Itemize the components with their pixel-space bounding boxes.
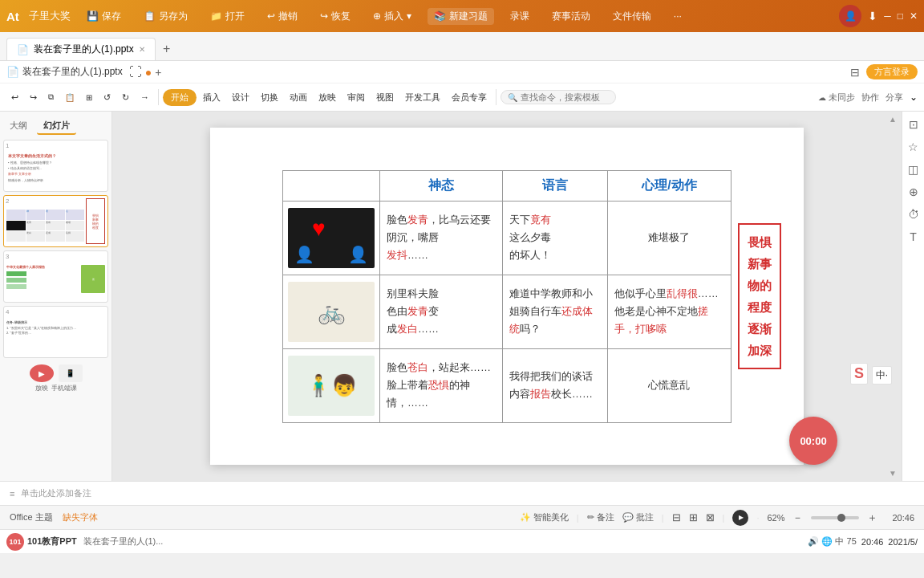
slide-panel: 大纲 幻灯片 1 本文字文章的生活方式的？ • 性格、思想特点体现在哪里？ • …: [0, 112, 112, 481]
grid-icon2[interactable]: ⊞: [689, 511, 698, 523]
toolbar-redo2-icon[interactable]: ↻: [117, 90, 134, 105]
separator2: [496, 89, 496, 105]
doc-tab[interactable]: 📄 装在套子里的人(1).pptx ✕: [6, 38, 156, 60]
tab-animation[interactable]: 动画: [285, 89, 312, 106]
playback-label: 放映: [35, 384, 48, 393]
annotation-btn[interactable]: ✏ 备注: [587, 511, 614, 523]
play-btn[interactable]: ▶: [732, 510, 748, 526]
status-right: ✨ 智能美化 | ✏ 备注 💬 批注 | ⊟ ⊞ ⊠ | ▶ · 62% － ＋…: [520, 510, 914, 526]
sep-v2: |: [662, 513, 664, 523]
search-input[interactable]: [521, 92, 609, 102]
more-btn[interactable]: ···: [667, 8, 688, 24]
table-cell-shengtai-2: 别里科夫脸 色由发青变 成发白……: [380, 275, 503, 348]
sep-v3: |: [723, 513, 725, 523]
panel-icon-1[interactable]: ⊡: [909, 118, 918, 131]
table-cell-yuyan-3: 我得把我们的谈话内容报告校长……: [503, 348, 608, 422]
toolbar-paste-icon[interactable]: 📋: [60, 91, 79, 104]
zoom-slider[interactable]: [811, 516, 859, 519]
close-btn[interactable]: ✕: [910, 10, 918, 22]
expand-icon[interactable]: ⌄: [910, 92, 918, 103]
share-btn[interactable]: 分享: [886, 92, 903, 104]
tab-start[interactable]: 开始: [163, 89, 197, 106]
tab-slideshow[interactable]: 放映: [314, 89, 341, 106]
competition-btn[interactable]: 赛事活动: [545, 7, 597, 26]
sys-tray: 🔊 🌐 中 75: [808, 535, 856, 547]
login-btn[interactable]: 方言登录: [866, 64, 918, 79]
slide-thumb-1[interactable]: 1 本文字文章的生活方式的？ • 性格、思想特点体现在哪里？ • 结合具体的语言…: [3, 140, 108, 192]
scroll-up-btn[interactable]: ▲: [889, 115, 897, 124]
tab-close-icon[interactable]: ✕: [139, 45, 145, 54]
tab-design[interactable]: 设计: [227, 89, 254, 106]
slide-thumb-2[interactable]: 2 神 语 心 发青 竟有 难堪 发白 还成 乱得: [3, 195, 108, 247]
undo-btn[interactable]: ↩ 撤销: [261, 7, 304, 26]
note-placeholder[interactable]: 单击此处添加备注: [21, 487, 91, 499]
tab-review[interactable]: 审阅: [342, 89, 370, 106]
panel-icon-4[interactable]: ⊕: [909, 185, 918, 198]
new-exercise-btn[interactable]: 📚 新建习题: [428, 8, 494, 25]
tab-view[interactable]: 视图: [371, 89, 399, 106]
app-logo: At: [6, 10, 19, 23]
add-tab-icon[interactable]: +: [155, 66, 161, 79]
note-icon: ≡: [10, 489, 14, 499]
toolbar-undo-icon[interactable]: ↩: [6, 90, 23, 105]
file-transfer-btn[interactable]: 文件传输: [606, 7, 658, 26]
toolbar-arrow-icon[interactable]: →: [136, 90, 154, 104]
panel-icon-3[interactable]: ◫: [908, 163, 918, 176]
scroll-down-btn[interactable]: ▼: [889, 469, 897, 478]
maximize-btn[interactable]: □: [898, 10, 903, 22]
download-btn[interactable]: ⬇: [868, 10, 877, 22]
redo-btn[interactable]: ↪ 恢复: [314, 7, 357, 26]
save-btn[interactable]: 💾 保存: [80, 7, 128, 26]
right-panel: ⊡ ☆ ◫ ⊕ ⏱ T: [902, 112, 924, 481]
play-slide-btn[interactable]: ▶: [30, 364, 54, 382]
grid-icon1[interactable]: ⊟: [672, 511, 681, 523]
timer-btn[interactable]: 00:00: [789, 417, 837, 465]
tab-developer[interactable]: 开发工具: [400, 89, 445, 106]
doc-icon: 📄: [17, 44, 29, 55]
tab-member[interactable]: 会员专享: [447, 89, 492, 106]
content-table: 神态 语言 心理/动作 ♥ 👤 👤: [282, 170, 732, 423]
table-row-2: 🚲 别里科夫脸 色由发青变 成发白…… 难道中学教师和小姐骑自行车还成体统吗？: [283, 275, 732, 348]
avatar[interactable]: 👤: [839, 5, 861, 27]
slide-thumb-4[interactable]: 4 任务: 班级演示 1. "别里科夫"已是 "某人"在物质和精神上的压力… 2…: [3, 306, 108, 358]
panel-toggle-icon[interactable]: ⊟: [850, 66, 860, 79]
slides-tab[interactable]: 幻灯片: [37, 118, 76, 135]
insert-btn[interactable]: ⊕ 插入 ▾: [367, 7, 418, 26]
outline-tab[interactable]: 大纲: [3, 118, 34, 135]
note-bar: ≡ 单击此处添加备注: [0, 481, 924, 505]
table-img-2: 🚲: [283, 275, 380, 348]
panel-icon-6[interactable]: T: [910, 230, 917, 243]
app-name: 101教育PPT: [27, 535, 77, 547]
table-header-yuyan: 语言: [503, 170, 608, 201]
font-warning[interactable]: 缺失字体: [63, 511, 98, 523]
saveas-btn[interactable]: 📋 另存为: [137, 7, 194, 26]
beautify-btn[interactable]: ✨ 智能美化: [520, 511, 569, 523]
table-cell-shengtai-1: 脸色发青，比乌云还要阴沉，嘴唇 发抖……: [380, 201, 503, 275]
slide-canvas: 神态 语言 心理/动作 ♥ 👤 👤: [210, 128, 804, 465]
mobile-view-btn[interactable]: 📱: [59, 364, 83, 382]
search-icon: 🔍: [508, 93, 517, 102]
table-cell-shengtai-3: 脸色苍白，站起来……脸上带着恐惧的神情，……: [380, 348, 503, 422]
toolbar-copy-icon[interactable]: ⧉: [43, 90, 59, 104]
grid-icon3[interactable]: ⊠: [706, 511, 715, 523]
collab-btn[interactable]: 协作: [861, 92, 879, 104]
zoom-in-btn[interactable]: ＋: [867, 511, 877, 525]
tab-transition[interactable]: 切换: [256, 89, 283, 106]
open-btn[interactable]: 📁 打开: [204, 7, 251, 26]
new-tab-btn[interactable]: +: [156, 38, 178, 60]
table-row-1: ♥ 👤 👤 脸色发青，比乌云还要阴沉，嘴唇 发抖…… 天下竟有 这么夕毒: [283, 201, 732, 275]
slide-thumb-3[interactable]: 3 中华文化最强个人展示报告 图: [3, 250, 108, 303]
comment-btn[interactable]: 💬 批注: [622, 511, 654, 523]
record-btn[interactable]: 录课: [504, 7, 536, 26]
toolbar-redo-icon[interactable]: ↪: [25, 90, 42, 105]
fullscreen-icon[interactable]: ⛶: [129, 65, 142, 79]
pin-icon[interactable]: ●: [145, 66, 152, 79]
panel-icon-5[interactable]: ⏱: [908, 208, 919, 221]
panel-icon-2[interactable]: ☆: [908, 140, 918, 153]
toolbar-undo2-icon[interactable]: ↺: [99, 90, 116, 105]
zoom-out-btn[interactable]: －: [792, 511, 803, 525]
table-cell-xinli-1: 难堪极了: [607, 201, 731, 275]
minimize-btn[interactable]: ─: [884, 10, 891, 22]
tab-insert[interactable]: 插入: [198, 89, 225, 106]
toolbar-format-icon[interactable]: ⊞: [81, 91, 97, 104]
